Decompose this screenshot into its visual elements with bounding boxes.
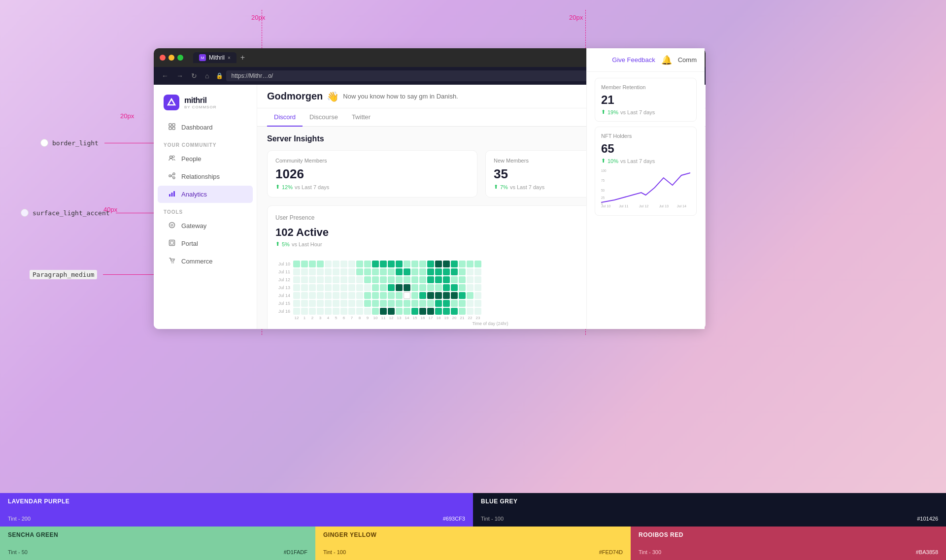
tab-discord[interactable]: Discord — [267, 108, 303, 127]
heatmap-cell-1-12 — [388, 268, 395, 275]
heatmap-cell-5-22 — [467, 300, 473, 307]
heatmap-cell-5-10 — [372, 300, 379, 307]
ginger-yellow-hex: #FED74D — [599, 549, 623, 555]
heatmap-cell-2-19 — [443, 276, 450, 283]
sidebar-item-people[interactable]: People — [158, 150, 253, 167]
heatmap-cell-6-10 — [372, 308, 379, 315]
sidebar-item-relationships[interactable]: Relationships — [158, 168, 253, 185]
heatmap-cell-0-14 — [404, 261, 410, 267]
lavender-purple-tint: Tint - 200 — [8, 516, 31, 522]
minimize-window-button[interactable] — [169, 55, 174, 61]
back-button[interactable]: ← — [160, 71, 170, 81]
sidebar-item-portal[interactable]: Portal — [158, 235, 253, 252]
heatmap-cell-6-12 — [388, 308, 395, 315]
svg-point-5 — [170, 156, 172, 159]
maximize-window-button[interactable] — [177, 55, 183, 61]
sidebar-item-gateway[interactable]: Gateway — [158, 217, 253, 234]
heatmap-cell-5-1 — [301, 300, 308, 307]
heatmap-cell-0-21 — [459, 261, 466, 267]
home-button[interactable]: ⌂ — [203, 71, 211, 81]
sencha-green-name: SENCHA GREEN — [8, 531, 307, 538]
heatmap-cell-1-21 — [459, 268, 466, 275]
heatmap-cell-5-3 — [317, 300, 324, 307]
heatmap-cell-0-12 — [388, 261, 395, 267]
sidebar-item-analytics[interactable]: Analytics — [158, 186, 253, 203]
heatmap-cell-0-1 — [301, 261, 308, 267]
svg-text:50: 50 — [601, 189, 605, 192]
browser-tab-mithril[interactable]: M Mithril × — [193, 52, 236, 63]
heatmap-cell-3-20 — [451, 284, 458, 291]
svg-rect-13 — [171, 193, 173, 197]
heatmap-cell-6-16 — [419, 308, 426, 315]
heatmap-cell-5-11 — [380, 300, 387, 307]
y-label-6: Jul 16 — [278, 308, 290, 315]
x-label-16: 16 — [419, 316, 426, 320]
heatmap-cell-5-2 — [309, 300, 316, 307]
heatmap-cell-3-16 — [419, 284, 426, 291]
heatmap-cell-0-11 — [380, 261, 387, 267]
right-bell-icon[interactable]: 🔔 — [661, 55, 672, 66]
rooibos-red-hex: #BA3858 — [916, 549, 938, 555]
svg-point-8 — [173, 173, 175, 175]
heatmap-cell-0-16 — [419, 261, 426, 267]
heatmap-cell-2-10 — [372, 276, 379, 283]
new-tab-button[interactable]: + — [238, 53, 247, 62]
x-label-10: 10 — [372, 316, 379, 320]
sidebar: mithril BY COMMSOR Dashboard YOUR COMMUN… — [154, 85, 257, 329]
refresh-button[interactable]: ↻ — [189, 71, 199, 81]
svg-rect-2 — [172, 124, 175, 126]
presence-vs: vs Last Hour — [292, 241, 322, 247]
heatmap-cell-5-12 — [388, 300, 395, 307]
heatmap-cell-5-6 — [340, 300, 347, 307]
right-panel: Give Feedback 🔔 Comm Member Retention 21… — [586, 48, 705, 329]
greeting-section: Godmorgen 👋 Now you know how to say gm i… — [267, 91, 458, 102]
heatmap-cell-0-3 — [317, 261, 324, 267]
x-label-0: 12 — [293, 316, 300, 320]
heatmap-cell-1-10 — [372, 268, 379, 275]
heatmap-cell-5-5 — [333, 300, 339, 307]
svg-rect-17 — [169, 240, 175, 246]
nft-holders-pct: 10% — [608, 158, 618, 164]
nft-holders-change: ⬆ 10% vs Last 7 days — [601, 158, 690, 164]
sidebar-relationships-label: Relationships — [181, 173, 220, 180]
heatmap-cell-2-6 — [340, 276, 347, 283]
paragraph-medium-label: Paragraph_medium — [30, 270, 97, 279]
heatmap-cell-6-23 — [474, 308, 481, 315]
tab-close-button[interactable]: × — [228, 55, 231, 61]
sidebar-item-dashboard[interactable]: Dashboard — [158, 119, 253, 136]
heatmap-cell-6-5 — [333, 308, 339, 315]
svg-text:Jul 13: Jul 13 — [659, 204, 669, 207]
svg-text:100: 100 — [601, 169, 607, 172]
tab-twitter[interactable]: Twitter — [345, 108, 377, 127]
sidebar-item-commerce[interactable]: Commerce — [158, 253, 253, 270]
community-section-label: YOUR COMMUNITY — [154, 136, 257, 150]
tab-discourse[interactable]: Discourse — [303, 108, 345, 127]
svg-point-7 — [169, 175, 171, 177]
heatmap-cell-2-17 — [427, 276, 434, 283]
y-label-2: Jul 12 — [278, 276, 290, 283]
heatmap-cell-4-18 — [435, 292, 442, 299]
svg-point-9 — [173, 177, 175, 179]
sencha-green-bottom: Tint - 50 #D1FADF — [8, 549, 307, 555]
svg-text:25: 25 — [601, 196, 605, 199]
heatmap-cell-1-5 — [333, 268, 339, 275]
heatmap-cell-3-18 — [435, 284, 442, 291]
forward-button[interactable]: → — [174, 71, 185, 81]
gateway-icon — [168, 222, 176, 230]
right-nft-holders-card: NFT Holders 65 ⬆ 10% vs Last 7 days Jul … — [595, 127, 697, 216]
heatmap-cell-4-3 — [317, 292, 324, 299]
svg-text:Jul 11: Jul 11 — [619, 204, 628, 207]
x-label-7: 7 — [348, 316, 355, 320]
heatmap-cell-6-8 — [356, 308, 363, 315]
close-window-button[interactable] — [160, 55, 166, 61]
give-feedback-right-button[interactable]: Give Feedback — [612, 56, 655, 64]
browser-tab-bar: M Mithril × + — [193, 52, 247, 63]
heatmap-cell-1-23 — [474, 268, 481, 275]
x-label-5: 5 — [333, 316, 339, 320]
dashboard-icon — [168, 123, 176, 132]
y-label-4: Jul 14 — [278, 292, 290, 299]
svg-rect-3 — [169, 127, 171, 130]
x-label-12: 12 — [388, 316, 395, 320]
heatmap-cell-1-3 — [317, 268, 324, 275]
heatmap-cell-0-17 — [427, 261, 434, 267]
